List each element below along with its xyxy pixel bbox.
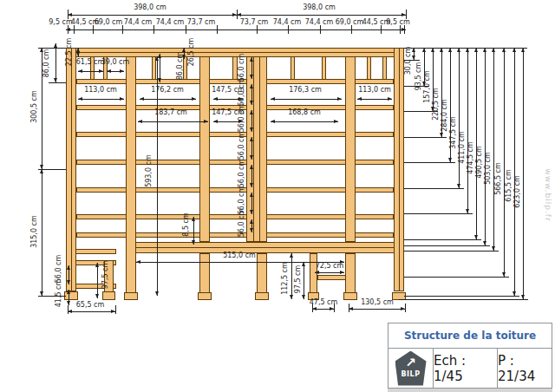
dim-label: 566,5 cm: [495, 162, 502, 195]
dim-label: 39,0 cm: [101, 59, 130, 66]
dim-label: 56,0 cm: [238, 104, 245, 133]
dim-label: 176,2 cm: [151, 87, 184, 94]
dim-label: 8,5 cm: [183, 212, 190, 236]
dim-label: 9,5 cm: [49, 19, 72, 26]
timber-member: [367, 56, 371, 80]
dim-label: 69,0 cm: [336, 19, 364, 26]
dim-label: 97,5 cm: [295, 265, 302, 294]
dimension-line: [66, 29, 406, 30]
extension-line: [38, 169, 66, 170]
dim-label: 61,5 cm: [76, 59, 105, 66]
dimension-line: [78, 48, 79, 56]
extension-line: [404, 239, 481, 240]
dimension-line: [493, 48, 494, 251]
timber-member: [198, 292, 212, 300]
dim-label: 623,0 cm: [514, 175, 521, 208]
member-edge: [399, 49, 400, 291]
dim-label: 56,0 cm: [238, 132, 245, 160]
dimension-line: [78, 71, 103, 72]
dimension-line: [291, 253, 292, 299]
dim-label: 411,0 cm: [459, 131, 466, 164]
extension-line: [404, 213, 473, 214]
dim-label: 490,5 cm: [476, 146, 483, 179]
dim-label: 56,0 cm: [238, 209, 245, 238]
timber-member: [124, 292, 138, 300]
dim-label: 26,5 cm: [188, 38, 195, 67]
member-edge: [253, 57, 254, 241]
dim-label: 176,3 cm: [289, 87, 322, 94]
timber-member: [291, 56, 295, 80]
extension-line: [217, 25, 218, 34]
dimension-line: [69, 290, 69, 305]
dim-label: 86,0 cm: [43, 49, 50, 78]
dimension-line: [251, 137, 252, 160]
dim-label: 93,5 cm: [415, 62, 422, 91]
dim-label: 515,0 cm: [223, 252, 256, 259]
extension-line: [381, 25, 382, 34]
dim-label: 168,8 cm: [288, 109, 321, 116]
dim-label: 74,4 cm: [305, 19, 334, 26]
extension-line: [404, 277, 509, 278]
dim-label: 74,4 cm: [124, 19, 153, 26]
dimension-line: [315, 272, 344, 273]
dimension-line: [140, 99, 196, 100]
extension-line: [404, 48, 527, 49]
extension-line: [186, 25, 186, 34]
scale-label: Ech : 1/45: [434, 349, 498, 388]
extension-line: [404, 251, 499, 252]
dimension-line: [97, 263, 98, 298]
dimension-line: [184, 48, 185, 59]
dimension-line: [514, 48, 515, 296]
dimension-line: [237, 15, 406, 16]
extension-line: [400, 25, 401, 34]
dimension-line: [107, 71, 124, 72]
timber-member: [199, 253, 210, 293]
dimension-line: [56, 43, 56, 82]
dim-label: 300,5 cm: [31, 90, 38, 123]
dimension-line: [193, 217, 194, 245]
dim-label: 220,5 cm: [433, 88, 440, 121]
dimension-line: [271, 121, 338, 122]
extension-line: [68, 305, 69, 314]
extension-line: [404, 188, 464, 189]
title-block-row: ↗ BILP Ech : 1/45 P : 21/34: [388, 349, 552, 388]
dimension-line: [160, 54, 160, 82]
dim-label: 86,0 cm: [177, 52, 184, 81]
extension-line: [74, 25, 75, 34]
dim-label: 41,5 cm: [56, 279, 62, 308]
watermark: www.bilp.fr: [544, 168, 552, 221]
logo-arrow-icon: ↗: [405, 356, 416, 369]
dim-label: 97,5 cm: [102, 261, 109, 290]
dim-label: 69,0 cm: [95, 19, 123, 26]
member-edge: [71, 49, 72, 291]
dimension-line: [251, 219, 252, 232]
extension-line: [93, 25, 94, 34]
dim-label: 593,0 cm: [146, 154, 153, 187]
timber-member: [199, 56, 210, 242]
extension-line: [237, 10, 238, 19]
dimension-line: [78, 99, 124, 100]
extension-line: [153, 25, 154, 34]
dim-label: 183,7 cm: [154, 109, 187, 116]
dim-label: 130,5 cm: [361, 299, 394, 306]
dim-label: 157,0 cm: [424, 70, 431, 103]
dim-label: 398,0 cm: [134, 4, 166, 11]
dimension-line: [251, 110, 252, 132]
extension-line: [349, 304, 349, 312]
dim-label: 56,0 cm: [238, 78, 245, 107]
timber-member: [343, 292, 357, 300]
dimension-line: [304, 262, 304, 299]
extension-line: [320, 25, 321, 34]
dim-label: 47,5 cm: [310, 299, 338, 306]
dim-label: 74,4 cm: [156, 19, 185, 26]
dimension-line: [69, 265, 69, 284]
timber-member: [317, 275, 346, 280]
dim-label: 9,5 cm: [386, 19, 409, 26]
dimension-line: [357, 99, 392, 100]
dim-label: 474,5 cm: [467, 141, 474, 174]
extension-line: [115, 305, 116, 314]
timber-member: [255, 292, 269, 300]
extension-line: [404, 245, 490, 246]
dimension-line: [68, 15, 237, 16]
extension-line: [49, 82, 66, 83]
